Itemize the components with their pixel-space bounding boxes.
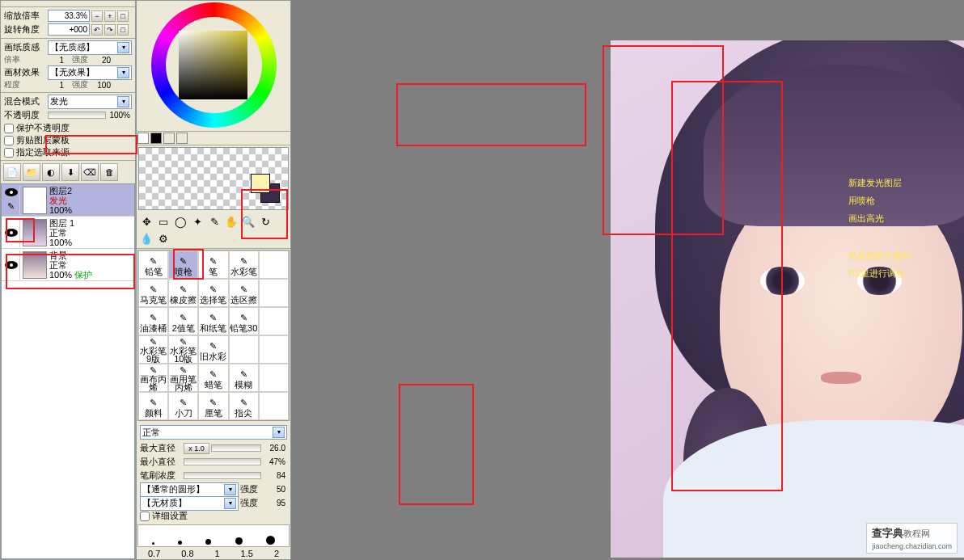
- merge-icon[interactable]: ⬇: [61, 163, 79, 181]
- pen-icon: ✎: [7, 201, 15, 212]
- brush-cell[interactable]: ✎水彩笔10版: [168, 335, 198, 364]
- zoom-fit[interactable]: □: [117, 11, 129, 22]
- rotate-value[interactable]: +000: [48, 23, 90, 36]
- brush-cell[interactable]: [259, 307, 289, 335]
- zoom-plus[interactable]: +: [104, 11, 116, 22]
- magnify-label: 倍率: [4, 54, 41, 65]
- brush-grid: ✎铅笔✎喷枪✎笔✎水彩笔✎马克笔✎橡皮擦✎选择笔✎选区擦✎油漆桶✎2值笔✎和纸笔…: [137, 250, 290, 421]
- layer-list[interactable]: ✎ 图层2发光100% 图层 1正常100% 背景正常100% 保护: [1, 183, 135, 559]
- annotation-1: 新建发光图层用喷枪画出高光: [848, 174, 902, 227]
- swatch-row[interactable]: [137, 131, 290, 145]
- blend-label: 混合模式: [4, 95, 46, 107]
- new-folder-icon[interactable]: 📁: [23, 163, 40, 181]
- blend-dropdown[interactable]: 发光: [48, 95, 132, 109]
- min-diam-slider[interactable]: [184, 458, 261, 465]
- fg-color[interactable]: [251, 174, 270, 193]
- brush-cell[interactable]: ✎铅笔: [138, 251, 168, 279]
- layer-item[interactable]: ✎ 图层2发光100%: [2, 184, 134, 217]
- brush-cell[interactable]: [259, 392, 289, 420]
- brush-cell[interactable]: ✎铅笔30: [229, 307, 259, 335]
- color-wheel[interactable]: [141, 2, 286, 129]
- lasso-icon[interactable]: ◯: [172, 213, 188, 229]
- brush-cell[interactable]: ✎选区擦: [229, 279, 259, 307]
- brush-cell[interactable]: ✎指尖: [229, 392, 259, 420]
- zoom-label: 缩放倍率: [4, 10, 46, 22]
- rotate-cw[interactable]: ↷: [104, 24, 116, 36]
- select-icon[interactable]: ▭: [155, 213, 171, 229]
- layer-preview: [138, 147, 289, 211]
- brush-cell[interactable]: [259, 364, 289, 392]
- paper-label: 画纸质感: [4, 41, 46, 53]
- eye-icon[interactable]: [5, 261, 18, 269]
- paper-dropdown[interactable]: 【无质感】: [48, 40, 132, 55]
- brush-cell[interactable]: [259, 335, 289, 364]
- new-layer-icon[interactable]: 📄: [3, 163, 21, 181]
- opacity-slider[interactable]: [48, 112, 106, 119]
- brush-cell[interactable]: ✎油漆桶: [138, 307, 168, 335]
- brush-cell[interactable]: ✎马克笔: [138, 279, 168, 307]
- brush-cell[interactable]: ✎画布丙烯: [138, 364, 168, 392]
- brush-cell[interactable]: [259, 251, 289, 279]
- zoom-value[interactable]: 33.3%: [48, 10, 90, 22]
- brush-cell[interactable]: ✎模糊: [229, 364, 259, 392]
- material-label: 画材效果: [4, 66, 46, 78]
- opacity-label: 不透明度: [4, 109, 46, 121]
- zoom-icon[interactable]: 🔍: [240, 213, 256, 229]
- density-slider[interactable]: [184, 472, 261, 479]
- layer-thumb: [23, 187, 47, 214]
- canvas[interactable]: [611, 40, 964, 558]
- size-preset-row[interactable]: [137, 524, 290, 547]
- protect-opacity-cb[interactable]: [4, 124, 14, 133]
- brush-cell[interactable]: ✎水彩笔: [229, 251, 259, 279]
- brush-cell[interactable]: ✎旧水彩: [198, 335, 228, 364]
- select-source-cb[interactable]: [4, 148, 14, 158]
- rotate-reset[interactable]: □: [117, 24, 129, 36]
- rotate-icon[interactable]: ↻: [257, 213, 273, 229]
- brush-cell[interactable]: ✎小刀: [168, 392, 198, 420]
- brush-icon[interactable]: ✎: [206, 213, 222, 229]
- brush-cell[interactable]: ✎2值笔: [168, 307, 198, 335]
- brush-cell[interactable]: ✎蜡笔: [198, 364, 228, 392]
- layer-item[interactable]: 图层 1正常100%: [2, 217, 134, 249]
- mask-icon[interactable]: ◐: [42, 163, 60, 181]
- rotate-ccw[interactable]: ↶: [91, 24, 103, 36]
- brush-cell[interactable]: ✎和纸笔: [198, 307, 228, 335]
- brush-cell[interactable]: ✎选择笔: [198, 279, 228, 307]
- eye-icon[interactable]: [5, 188, 18, 196]
- shape-dropdown[interactable]: 【通常的圆形】: [140, 482, 239, 497]
- material-dropdown[interactable]: 【无效果】: [48, 65, 132, 80]
- brush-cell[interactable]: ✎画用笔丙烯: [168, 364, 198, 392]
- tool-icon[interactable]: ⚙: [155, 230, 171, 246]
- brush-cell[interactable]: ✎水彩笔9版: [138, 335, 168, 364]
- detail-cb[interactable]: [140, 512, 150, 521]
- move-icon[interactable]: ✥: [138, 213, 154, 229]
- eye-icon[interactable]: [5, 229, 18, 237]
- brush-cell[interactable]: ✎橡皮擦: [168, 279, 198, 307]
- layer-thumb: [23, 219, 47, 246]
- texture-dropdown[interactable]: 【无材质】: [140, 496, 239, 511]
- layer-thumb: [23, 251, 47, 279]
- delete-layer-icon[interactable]: 🗑: [100, 163, 118, 181]
- rotate-label: 旋转角度: [4, 23, 46, 36]
- zoom-minus[interactable]: −: [91, 11, 103, 22]
- brush-cell[interactable]: ✎喷枪: [168, 251, 198, 279]
- clear-icon[interactable]: ⌫: [81, 163, 99, 181]
- watermark: 查字典教程网 jiaocheng.chazidian.com: [866, 523, 958, 554]
- clip-mask-cb[interactable]: [4, 136, 14, 145]
- layer-item[interactable]: 背景正常100% 保护: [2, 249, 134, 281]
- brush-mode-dropdown[interactable]: 正常: [140, 425, 287, 440]
- max-diam-slider[interactable]: [211, 444, 261, 452]
- hand-icon[interactable]: ✋: [223, 213, 239, 229]
- brush-cell[interactable]: ✎厘笔: [198, 392, 228, 420]
- picker-icon[interactable]: 💧: [138, 230, 154, 246]
- brush-cell[interactable]: [259, 279, 289, 307]
- brush-cell[interactable]: [229, 335, 259, 364]
- brush-cell[interactable]: ✎笔: [198, 251, 228, 279]
- wand-icon[interactable]: ✦: [189, 213, 205, 229]
- annotation-2: 然后把图片拖到PS里进行调色: [848, 246, 911, 282]
- brush-cell[interactable]: ✎颜料: [138, 392, 168, 420]
